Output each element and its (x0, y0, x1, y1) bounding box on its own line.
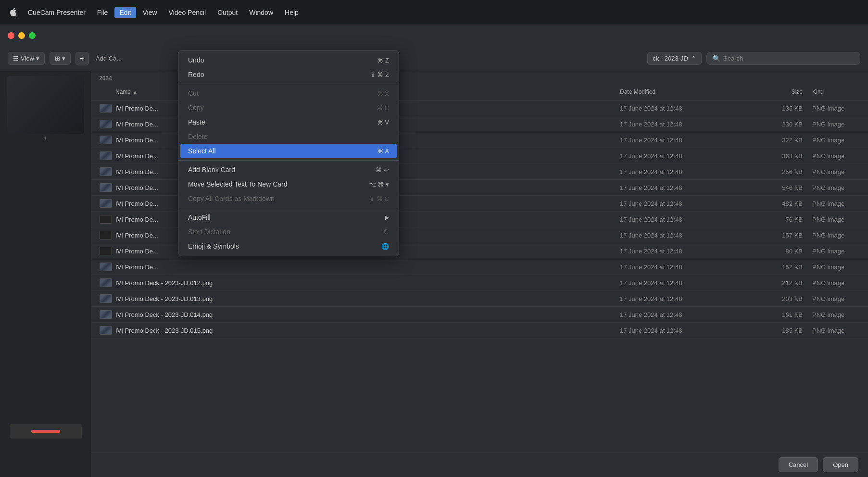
file-date: 17 June 2024 at 12:48 (620, 105, 745, 112)
search-box[interactable]: 🔍 Search (706, 52, 860, 65)
start-dictation-label: Start Dictation (188, 228, 230, 236)
cancel-button[interactable]: Cancel (779, 457, 818, 472)
redo-label: Redo (188, 71, 204, 78)
traffic-lights (8, 32, 36, 39)
menu-view[interactable]: View (138, 7, 162, 18)
file-date: 17 June 2024 at 12:48 (620, 216, 745, 223)
menu-item-move-selected[interactable]: Move Selected Text To New Card ⌥ ⌘ ▾ (180, 177, 397, 191)
file-kind: PNG image (803, 232, 860, 239)
move-selected-shortcut: ⌥ ⌘ ▾ (369, 181, 389, 188)
file-kind: PNG image (803, 311, 860, 318)
file-icon (99, 246, 113, 256)
file-date: 17 June 2024 at 12:48 (620, 152, 745, 160)
copy-all-cards-label: Copy All Cards as Markdown (188, 195, 275, 202)
file-kind: PNG image (803, 168, 860, 176)
sidebar: 1 (0, 71, 91, 477)
file-size: 212 KB (745, 279, 803, 287)
emoji-symbols-shortcut: 🌐 (381, 243, 389, 250)
folder-dropdown[interactable]: ck - 2023-JD ⌃ (647, 52, 702, 65)
view-chevron-icon: ▾ (36, 55, 39, 62)
menubar: CueCam Presenter File Edit View Video Pe… (0, 0, 868, 25)
close-window-button[interactable] (8, 32, 14, 39)
file-size: 185 KB (745, 327, 803, 334)
select-all-label: Select All (188, 147, 216, 155)
add-blank-card-label: Add Blank Card (188, 166, 235, 174)
menu-video-pencil[interactable]: Video Pencil (164, 7, 211, 18)
open-button[interactable]: Open (823, 457, 858, 472)
undo-shortcut: ⌘ Z (377, 57, 389, 64)
table-row[interactable]: IVI Promo Deck - 2023-JD.012.png 17 June… (91, 275, 868, 291)
menu-help[interactable]: Help (280, 7, 303, 18)
menu-item-paste[interactable]: Paste ⌘ V (180, 115, 397, 129)
file-date: 17 June 2024 at 12:48 (620, 137, 745, 144)
content-area: 1 2024 Name ▲ Date Modified Size Kind (0, 71, 868, 477)
menu-window[interactable]: Window (244, 7, 278, 18)
search-placeholder: Search (723, 55, 743, 62)
minimize-window-button[interactable] (18, 32, 25, 39)
slide-thumbnail (7, 76, 84, 134)
file-kind: PNG image (803, 216, 860, 223)
window-chrome (0, 25, 868, 46)
file-kind: PNG image (803, 152, 860, 160)
menu-item-start-dictation: Start Dictation 🎙 (180, 225, 397, 239)
add-card-button[interactable]: + (75, 52, 89, 65)
view-label: View (21, 55, 34, 62)
view-button[interactable]: ☰ View ▾ (8, 52, 45, 65)
maximize-window-button[interactable] (29, 32, 36, 39)
table-row[interactable]: IVI Promo Deck - 2023-JD.013.png 17 June… (91, 291, 868, 307)
copy-all-cards-shortcut: ⇧ ⌘ C (369, 195, 389, 202)
file-date: 17 June 2024 at 12:48 (620, 184, 745, 191)
menu-item-copy: Copy ⌘ C (180, 100, 397, 115)
add-blank-card-shortcut: ⌘ ↩ (376, 166, 389, 174)
file-kind: PNG image (803, 105, 860, 112)
autofill-arrow: ▶ (385, 214, 389, 221)
undo-label: Undo (188, 56, 204, 64)
table-row[interactable]: IVI Promo De... 17 June 2024 at 12:48 15… (91, 259, 868, 275)
header-kind[interactable]: Kind (803, 88, 860, 95)
grid-icon: ⊞ (55, 55, 60, 62)
menu-item-undo[interactable]: Undo ⌘ Z (180, 53, 397, 67)
file-date: 17 June 2024 at 12:48 (620, 121, 745, 128)
menu-edit[interactable]: Edit (114, 7, 136, 18)
menu-divider-1 (178, 84, 399, 84)
table-row[interactable]: IVI Promo Deck - 2023-JD.015.png 17 June… (91, 323, 868, 339)
edit-menu-dropdown: Undo ⌘ Z Redo ⇧ ⌘ Z Cut ⌘ X Copy ⌘ C Pas… (178, 50, 399, 256)
file-size: 256 KB (745, 168, 803, 176)
file-kind: PNG image (803, 279, 860, 287)
menu-item-add-blank-card[interactable]: Add Blank Card ⌘ ↩ (180, 163, 397, 177)
grid-chevron-icon: ▾ (62, 55, 65, 62)
menu-item-emoji-symbols[interactable]: Emoji & Symbols 🌐 (180, 239, 397, 253)
file-size: 203 KB (745, 295, 803, 302)
file-name: IVI Promo Deck - 2023-JD.013.png (115, 295, 620, 302)
table-row[interactable]: IVI Promo Deck - 2023-JD.014.png 17 June… (91, 307, 868, 323)
menu-item-select-all[interactable]: Select All ⌘ A (180, 144, 397, 158)
cut-shortcut: ⌘ X (377, 90, 389, 97)
redo-shortcut: ⇧ ⌘ Z (370, 71, 389, 78)
file-kind: PNG image (803, 184, 860, 191)
file-icon (99, 325, 113, 336)
move-selected-label: Move Selected Text To New Card (188, 180, 287, 188)
menu-output[interactable]: Output (213, 7, 242, 18)
menu-item-redo[interactable]: Redo ⇧ ⌘ Z (180, 67, 397, 82)
file-size: 157 KB (745, 232, 803, 239)
paste-shortcut: ⌘ V (377, 119, 389, 126)
file-date: 17 June 2024 at 12:48 (620, 248, 745, 255)
paste-label: Paste (188, 118, 205, 126)
header-date-modified[interactable]: Date Modified (620, 88, 745, 95)
apple-logo-icon[interactable] (8, 8, 17, 17)
menu-item-copy-all-cards: Copy All Cards as Markdown ⇧ ⌘ C (180, 191, 397, 206)
file-icon (99, 103, 113, 113)
file-icon (99, 277, 113, 288)
grid-view-button[interactable]: ⊞ ▾ (50, 52, 71, 65)
menu-file[interactable]: File (92, 7, 113, 18)
file-size: 363 KB (745, 152, 803, 160)
menu-item-autofill[interactable]: AutoFill ▶ (180, 210, 397, 225)
file-name: IVI Promo Deck - 2023-JD.015.png (115, 327, 620, 334)
file-date: 17 June 2024 at 12:48 (620, 200, 745, 207)
copy-label: Copy (188, 104, 204, 112)
file-size: 482 KB (745, 200, 803, 207)
folder-name: ck - 2023-JD (653, 55, 688, 62)
file-date: 17 June 2024 at 12:48 (620, 232, 745, 239)
file-size: 152 KB (745, 264, 803, 271)
header-size[interactable]: Size (745, 88, 803, 95)
